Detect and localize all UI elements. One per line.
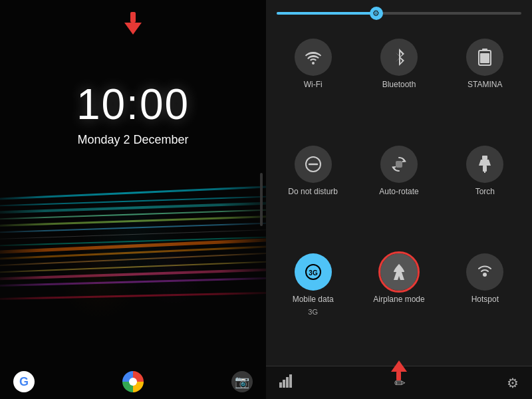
mobiledata-icon: 3G (295, 253, 332, 291)
airplane-label: Airplane mode (373, 295, 424, 304)
svg-rect-6 (482, 156, 487, 160)
quick-settings-panel: ⚙ Wi-Fi Bluetooth (266, 0, 532, 399)
stamina-label: STAMINA (467, 80, 502, 89)
lock-screen: 10:00 Monday 2 December G 📷 (0, 0, 266, 399)
settings-icon[interactable]: ⚙ (507, 375, 519, 391)
tile-mobiledata[interactable]: 3G Mobile data 3G (273, 247, 353, 360)
dnd-icon (295, 146, 332, 183)
torch-label: Torch (475, 187, 495, 196)
lock-screen-date: Monday 2 December (77, 133, 188, 147)
svg-rect-15 (289, 374, 292, 388)
tile-autorotate[interactable]: Auto-rotate (358, 139, 439, 241)
stamina-icon (466, 39, 503, 76)
tile-airplane[interactable]: Airplane mode (358, 247, 439, 360)
brightness-fill (277, 12, 374, 15)
wifi-label: Wi-Fi (304, 80, 323, 89)
brightness-track[interactable]: ⚙ (277, 12, 521, 15)
torch-icon (466, 146, 503, 183)
hotspot-label: Hotspot (471, 295, 499, 304)
brightness-thumb[interactable]: ⚙ (370, 7, 383, 20)
tile-torch[interactable]: Torch (445, 139, 525, 241)
camera-icon[interactable]: 📷 (231, 371, 253, 392)
lock-screen-time: 10:00 (76, 80, 190, 129)
bluetooth-label: Bluetooth (382, 80, 416, 89)
tile-hotspot[interactable]: Hotspot (445, 247, 525, 360)
phone-side-bar (260, 173, 263, 226)
svg-rect-14 (286, 377, 289, 388)
tile-dnd[interactable]: Do not disturb (273, 139, 353, 241)
svg-rect-5 (396, 161, 402, 168)
airplane-icon (380, 253, 418, 291)
swipe-down-arrow (124, 12, 142, 35)
wifi-icon (295, 39, 332, 76)
mobiledata-label: Mobile data (293, 295, 334, 304)
quick-settings-tiles: Wi-Fi Bluetooth STAMINA (266, 27, 532, 366)
svg-rect-2 (480, 53, 489, 63)
google-icon[interactable]: G (13, 371, 35, 392)
signal-icon (279, 374, 293, 391)
mobiledata-sublabel: 3G (308, 308, 318, 316)
dnd-label: Do not disturb (288, 187, 338, 196)
lock-screen-bottom-icons: G 📷 (0, 371, 266, 392)
airplane-up-arrow (391, 360, 407, 380)
tile-bluetooth[interactable]: Bluetooth (358, 32, 439, 134)
svg-rect-12 (279, 382, 282, 388)
bluetooth-icon (380, 39, 418, 76)
autorotate-icon (380, 146, 418, 183)
svg-rect-13 (283, 380, 285, 388)
svg-point-11 (483, 273, 487, 277)
hotspot-icon (466, 253, 503, 291)
svg-rect-7 (483, 166, 487, 172)
svg-text:3G: 3G (309, 269, 318, 277)
tile-wifi[interactable]: Wi-Fi (273, 32, 353, 134)
brightness-row[interactable]: ⚙ (266, 0, 532, 27)
autorotate-label: Auto-rotate (379, 187, 418, 196)
tile-stamina[interactable]: STAMINA (445, 32, 525, 134)
chrome-icon[interactable] (122, 371, 144, 392)
